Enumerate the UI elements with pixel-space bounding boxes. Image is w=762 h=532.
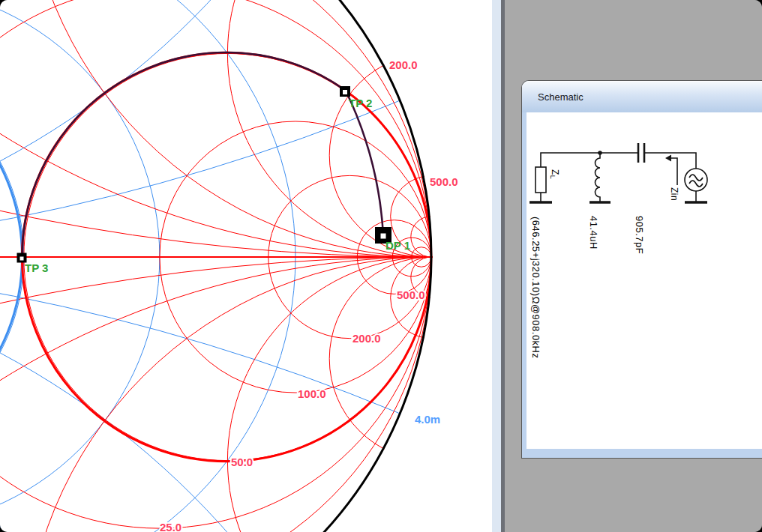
marker-tp-2[interactable] — [340, 86, 350, 97]
resistor-load[interactable] — [536, 167, 546, 193]
app-screen: 200.0500.0500.0200.0100.050.025.04.0mDP … — [0, 0, 762, 532]
zin-arrow-head — [665, 155, 671, 162]
panel-edge-strip — [492, 0, 501, 532]
capacitor-value: 905.7pF — [634, 216, 645, 254]
grid-label-resistance: 500.0 — [397, 288, 425, 301]
schematic-window: Schematic — [521, 80, 762, 459]
marker-label: TP 2 — [349, 97, 372, 109]
load-label-z: Z — [550, 169, 560, 175]
grid-label-resistance: 50.0 — [231, 456, 253, 468]
schematic-canvas[interactable]: ZL 41.4uH 905.7pF Zin (646.25+j320.10)Ω@… — [526, 112, 762, 449]
window-title: Schematic — [522, 81, 762, 103]
outer-boundary — [0, 0, 431, 532]
inductor-value: 41.4uH — [588, 216, 599, 250]
smith-chart[interactable]: 200.0500.0500.0200.0100.050.025.04.0mDP … — [0, 0, 492, 532]
grid-label-reactance: 500.0 — [430, 175, 458, 188]
marker-label: TP 3 — [25, 262, 48, 274]
source-sine-top — [689, 175, 703, 181]
grid-label-susceptance: 4.0m — [415, 413, 440, 426]
load-label: ZL — [549, 169, 560, 179]
grid-label-resistance: 100.0 — [298, 387, 326, 400]
impedance-result: (646.25+j320.10)Ω@908.0kHz — [530, 217, 542, 359]
inductor-shunt[interactable] — [596, 153, 601, 202]
load-label-sub: L — [549, 175, 556, 180]
smith-chart-panel[interactable]: 200.0500.0500.0200.0100.050.025.04.0mDP … — [0, 0, 492, 532]
impedance-grid — [0, 0, 492, 532]
zin-label: Zin — [669, 187, 680, 201]
circuit-drawing — [526, 112, 761, 449]
wire-top-left — [541, 153, 638, 167]
marker-label: DP 1 — [386, 239, 410, 252]
grid-label-resistance: 25.0 — [160, 521, 182, 532]
admittance-grid — [0, 0, 492, 532]
source-sine-bottom — [689, 181, 703, 187]
zin-arrow-line — [669, 158, 677, 185]
schematic-titlebar[interactable]: Schematic — [522, 81, 762, 112]
source-symbol[interactable] — [685, 169, 707, 191]
grid-label-reactance: 200.0 — [389, 58, 418, 71]
grid-label-resistance: 200.0 — [352, 332, 381, 345]
